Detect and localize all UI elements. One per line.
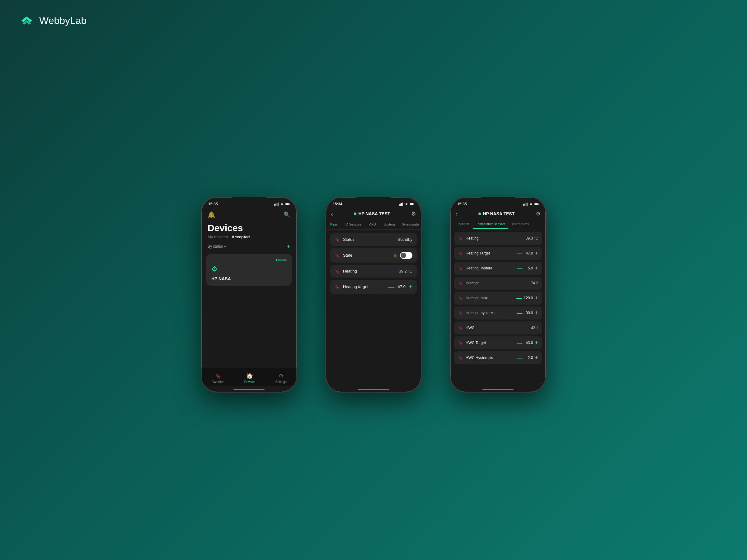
nav-label-devices: Devices bbox=[244, 380, 256, 383]
brand-name-label: WebbyLab bbox=[39, 15, 86, 26]
p3-hh-ctrl: — 5.0 + bbox=[517, 265, 538, 271]
p3-hwc-value: 42.1 bbox=[531, 326, 538, 330]
nav-label-settings: Settings bbox=[276, 380, 287, 383]
p3-hh-minus[interactable]: — bbox=[517, 265, 522, 271]
svg-rect-7 bbox=[400, 204, 401, 206]
nav-item-favorites[interactable]: 🔖 Favorites bbox=[211, 372, 224, 383]
phone1-frame: 15:35 🔔 🔍 Devices My devices Accepted By… bbox=[201, 196, 297, 393]
p3-hwct-ctrl: — 43.0 + bbox=[517, 340, 538, 346]
p3-hwct-plus[interactable]: + bbox=[535, 340, 538, 346]
bookmark-icon-heating: 🔖 bbox=[335, 269, 340, 274]
svg-rect-2 bbox=[277, 203, 278, 205]
bookmark-icon-status: 🔖 bbox=[335, 237, 340, 242]
phone3-frame: 15:35 ‹ HP NASA TEST ⚙ IFreongate Temper… bbox=[450, 196, 546, 393]
nav-item-devices[interactable]: 🏠 Devices bbox=[244, 372, 256, 383]
heating-target-row: 🔖 Heating target — 47.0 + bbox=[330, 280, 417, 294]
device-icon: ⚙ bbox=[211, 265, 287, 273]
tab-io-sensors[interactable]: IO Sensors bbox=[341, 220, 365, 229]
tab-my-devices[interactable]: My devices bbox=[208, 235, 228, 239]
svg-rect-13 bbox=[524, 204, 525, 206]
nav-item-settings[interactable]: ⚙ Settings bbox=[276, 372, 287, 383]
gear-icon[interactable]: ⚙ bbox=[411, 210, 416, 217]
p3-ht-minus[interactable]: — bbox=[517, 250, 522, 256]
p3-hwch-label: HWC Hysteresis bbox=[466, 355, 493, 360]
p3-hwch-plus[interactable]: + bbox=[535, 355, 538, 361]
tab-ifreongate3[interactable]: IFreongate bbox=[452, 220, 473, 229]
p3-hwc-hyst-row: 🔖 HWC Hysteresis — 2.0 + bbox=[454, 351, 542, 364]
p3-hwch-minus[interactable]: — bbox=[517, 355, 522, 361]
p3-hwct-minus[interactable]: — bbox=[517, 340, 522, 346]
phone3-status-icons bbox=[523, 203, 539, 206]
heating-target-controls: — 47.0 + bbox=[388, 284, 412, 290]
bm-hwc: 🔖 bbox=[458, 325, 463, 330]
device-name: HP NASA TEST bbox=[358, 211, 390, 216]
heating-label: Heating bbox=[343, 269, 357, 273]
back-button3[interactable]: ‹ bbox=[455, 210, 458, 217]
p3-ht-plus[interactable]: + bbox=[535, 250, 538, 256]
bm-heating-target: 🔖 bbox=[458, 251, 463, 256]
gear-icon3[interactable]: ⚙ bbox=[536, 210, 541, 217]
brand-logo-icon bbox=[19, 15, 35, 26]
svg-rect-12 bbox=[523, 204, 524, 206]
device-name-label: HP NASA bbox=[211, 276, 287, 281]
devices-icon: 🏠 bbox=[246, 372, 253, 379]
state-toggle[interactable] bbox=[400, 252, 412, 259]
heating-target-label: Heating target bbox=[343, 284, 368, 289]
device-card[interactable]: Online ⚙ HP NASA bbox=[206, 254, 292, 286]
tab-main[interactable]: Main bbox=[326, 220, 341, 229]
p3-injmax-minus[interactable]: — bbox=[516, 295, 522, 301]
p3-hwc-row: 🔖 HWC 42.1 bbox=[454, 321, 542, 335]
state-label: State bbox=[343, 253, 352, 258]
device-status-badge: Online bbox=[211, 258, 287, 262]
p3-hh-plus[interactable]: + bbox=[535, 265, 538, 271]
phone2-tabs-row: Main IO Sensors AFD System IFreongate Te… bbox=[326, 220, 421, 230]
p3-injh-plus[interactable]: + bbox=[535, 310, 538, 316]
settings-icon: ⚙ bbox=[279, 372, 284, 379]
battery-icon bbox=[285, 203, 290, 206]
svg-rect-3 bbox=[278, 203, 279, 206]
p3-injh-value: 30.0 bbox=[524, 311, 533, 315]
phone1-time: 15:35 bbox=[208, 202, 218, 206]
tab-temp-sensors[interactable]: Temperature sensors bbox=[473, 220, 508, 229]
tab-system[interactable]: System bbox=[380, 220, 399, 229]
favorites-icon: 🔖 bbox=[214, 372, 221, 379]
p3-heating-label: Heating bbox=[466, 236, 479, 240]
bottom-nav: 🔖 Favorites 🏠 Devices ⚙ Settings bbox=[201, 367, 297, 386]
svg-rect-14 bbox=[526, 203, 526, 205]
phone1-home-bar bbox=[201, 386, 297, 392]
search-icon[interactable]: 🔍 bbox=[284, 211, 290, 218]
page-title: Devices bbox=[201, 221, 297, 233]
p3-heating-target-row: 🔖 Heating Target — 47.0 + bbox=[454, 247, 542, 260]
filter-label[interactable]: By status ▾ bbox=[208, 244, 226, 248]
phone3-time: 15:35 bbox=[457, 202, 467, 206]
phone3-tabs-row: IFreongate Temperature sensors Thermosta… bbox=[450, 220, 546, 229]
phone2-screen: 15:34 ‹ HP NASA TEST ⚙ Main IO Sensors A… bbox=[326, 197, 421, 392]
tab-accepted[interactable]: Accepted bbox=[232, 235, 250, 239]
tab-ifreongate[interactable]: IFreongate bbox=[399, 220, 421, 229]
add-button[interactable]: + bbox=[287, 243, 290, 250]
phone3-home-bar bbox=[450, 386, 546, 392]
state-row: 🔖 State 🔒 bbox=[330, 248, 417, 263]
phone1-status-icons bbox=[274, 203, 290, 206]
p3-injh-minus[interactable]: — bbox=[517, 310, 522, 316]
p3-hwc-target-row: 🔖 HWC Target — 43.0 + bbox=[454, 336, 542, 349]
p3-injmax-ctrl: — 120.0 + bbox=[516, 295, 538, 301]
svg-rect-15 bbox=[527, 203, 527, 206]
device3-name: HP NASA TEST bbox=[483, 211, 515, 216]
tab-afd[interactable]: AFD bbox=[365, 220, 380, 229]
bell-icon[interactable]: 🔔 bbox=[208, 211, 215, 218]
back-button[interactable]: ‹ bbox=[331, 210, 333, 217]
tab-thermostats[interactable]: Thermostats bbox=[508, 220, 532, 229]
decrease-button[interactable]: — bbox=[388, 284, 394, 290]
p3-hwch-ctrl: — 2.0 + bbox=[517, 355, 538, 361]
p3-injmax-plus[interactable]: + bbox=[535, 295, 538, 301]
svg-rect-5 bbox=[286, 203, 289, 205]
nav-label-favorites: Favorites bbox=[211, 380, 224, 383]
p3-heating-target-label: Heating Target bbox=[466, 251, 490, 256]
p3-inj-value: 74.2 bbox=[531, 281, 538, 285]
lock-icon: 🔒 bbox=[393, 253, 397, 258]
p3-injmax-value: 120.0 bbox=[523, 296, 533, 300]
status-value: Standby bbox=[397, 237, 412, 242]
phone3-header: ‹ HP NASA TEST ⚙ bbox=[450, 209, 546, 220]
increase-button[interactable]: + bbox=[409, 284, 412, 290]
